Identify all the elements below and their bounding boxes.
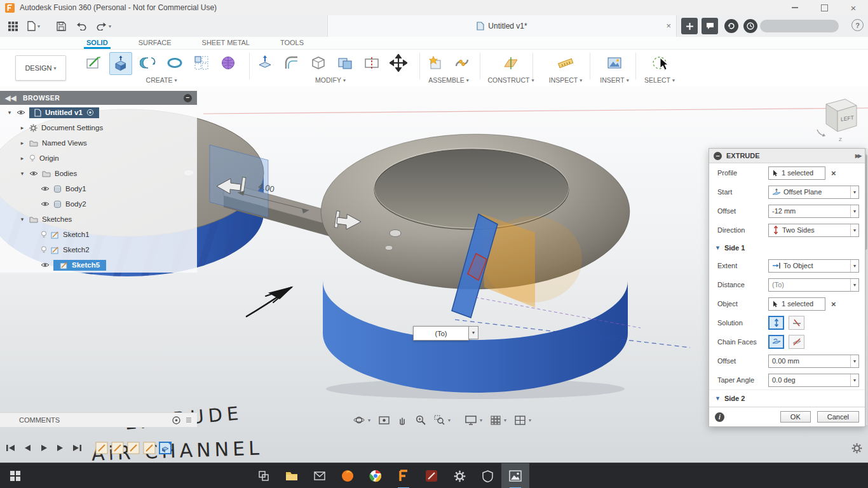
combine-tool-icon[interactable] (334, 52, 356, 74)
orbit-tool-icon[interactable]: ▾ (353, 415, 370, 425)
extent-dropdown[interactable]: To Object ▾ (768, 259, 859, 273)
job-status-icon[interactable] (724, 17, 738, 35)
press-pull-tool-icon[interactable] (254, 52, 276, 74)
tree-item-document-settings[interactable]: ▸ Document Settings (0, 120, 197, 135)
cancel-button[interactable]: Cancel (817, 411, 859, 423)
revolve-tool-icon[interactable] (137, 52, 159, 74)
tree-item-body2[interactable]: Body2 (0, 196, 197, 212)
viewports-icon[interactable]: ▾ (515, 416, 531, 425)
eye-icon[interactable] (41, 262, 50, 268)
workspace-selector[interactable]: DESIGN ▾ (15, 55, 66, 81)
timeline-settings-gear-icon[interactable] (851, 443, 862, 454)
mail-icon[interactable] (306, 463, 334, 488)
tab-sheet-metal[interactable]: SHEET METAL (200, 39, 252, 49)
group-label-create[interactable]: CREATE▾ (146, 76, 177, 84)
new-component-tool-icon[interactable] (424, 52, 446, 74)
timeline-feature-sketch[interactable] (111, 442, 124, 454)
dropdown-caret-icon[interactable]: ▾ (850, 279, 858, 291)
tree-item-sketches[interactable]: ▾ Sketches (0, 212, 197, 227)
solution-option-1-button[interactable] (768, 316, 784, 330)
group-label-select[interactable]: SELECT▾ (644, 76, 675, 84)
minimize-button[interactable] (780, 1, 810, 15)
extrude-tool-icon[interactable] (109, 52, 132, 75)
profile-selection-box[interactable]: 1 selected (768, 166, 825, 180)
profile-clear-button[interactable]: × (831, 168, 836, 178)
taper-angle-value[interactable]: 0.0 deg (772, 376, 848, 384)
comments-bar[interactable]: COMMENTS (0, 412, 197, 428)
tree-item-bodies[interactable]: ▾ Bodies (0, 166, 197, 181)
tree-item-sketch5[interactable]: Sketch5 (0, 257, 197, 273)
timeline-step-forward-button[interactable] (53, 442, 67, 454)
offset-value[interactable]: -12 mm (772, 207, 848, 215)
offset2-value[interactable]: 0.00 mm (772, 357, 848, 365)
start-button[interactable] (0, 463, 31, 488)
tree-item-sketch2[interactable]: Sketch2 (0, 242, 197, 257)
start-dropdown[interactable]: Offset Plane ▾ (768, 186, 859, 199)
extent-to-value[interactable]: (To) (413, 326, 469, 341)
dropdown-caret-icon[interactable]: ▾ (850, 186, 858, 198)
sketch-point-handle[interactable] (385, 245, 393, 250)
firefox-icon[interactable] (334, 463, 362, 488)
dropdown-caret-icon[interactable]: ▾ (850, 355, 858, 367)
grid-snap-icon[interactable]: ▾ (491, 416, 506, 425)
side2-section-header[interactable]: ▼ Side 2 (709, 390, 865, 407)
extrude-dialog-header[interactable]: – EXTRUDE ▸▸ (709, 149, 865, 163)
browser-collapse-icon[interactable]: ◀◀ (5, 94, 17, 102)
undo-button[interactable] (74, 17, 89, 35)
file-menu-button[interactable]: ▾ (24, 17, 43, 35)
expand-arrow-icon[interactable]: ▾ (6, 109, 13, 116)
zoom-tool-icon[interactable] (416, 415, 426, 425)
bulb-off-icon[interactable] (41, 231, 47, 238)
photos-app-icon[interactable] (501, 463, 529, 488)
look-at-tool-icon[interactable] (379, 416, 390, 425)
distance-input[interactable]: (To) ▾ (768, 278, 859, 292)
timeline-go-to-start-button[interactable] (4, 442, 18, 454)
document-tab-close-icon[interactable]: × (666, 21, 671, 30)
display-settings-icon[interactable]: ▾ (465, 416, 482, 425)
bulb-off-icon[interactable] (41, 246, 47, 254)
browser-minimize-icon[interactable]: – (184, 94, 192, 102)
group-label-construct[interactable]: CONSTRUCT▾ (488, 76, 534, 84)
timeline-play-button[interactable] (37, 442, 51, 454)
object-selection-box[interactable]: 1 selected (768, 297, 825, 311)
comments-expand-icon[interactable] (186, 417, 192, 423)
browser-header[interactable]: ◀◀ BROWSER – (0, 91, 197, 105)
new-tab-button[interactable] (681, 17, 698, 35)
extent-to-chip[interactable]: (To) ▾ (413, 326, 478, 341)
save-button[interactable] (53, 17, 69, 35)
measure-tool-icon[interactable] (555, 52, 576, 74)
offset2-input[interactable]: 0.00 mm ▾ (768, 355, 859, 368)
help-icon[interactable]: ? (851, 19, 864, 31)
document-tab[interactable]: Untitled v1* × (327, 15, 677, 37)
pan-tool-icon[interactable] (398, 415, 407, 425)
eye-icon[interactable] (41, 201, 50, 207)
sketch-point-handle[interactable] (390, 230, 401, 237)
eye-icon[interactable] (41, 186, 50, 192)
panel-grip-icon[interactable]: – (714, 152, 722, 160)
user-account-blurred[interactable] (760, 20, 839, 32)
form-tool-icon[interactable] (217, 52, 239, 74)
timeline-step-back-button[interactable] (20, 442, 34, 454)
tree-item-sketch1[interactable]: Sketch1 (0, 227, 197, 242)
root-selection[interactable]: Untitled v1 (29, 107, 99, 118)
panel-dock-icon[interactable]: ▸▸ (855, 151, 860, 160)
notifications-clock-icon[interactable] (743, 17, 757, 35)
group-label-modify[interactable]: MODIFY▾ (315, 76, 346, 84)
sketch-selection[interactable]: Sketch5 (53, 260, 106, 271)
close-button[interactable]: × (839, 1, 868, 15)
settings-gear-icon[interactable] (445, 463, 473, 488)
zoom-window-tool-icon[interactable]: ▾ (434, 415, 451, 425)
expand-arrow-icon[interactable]: ▸ (19, 140, 25, 146)
tab-surface[interactable]: SURFACE (136, 39, 174, 49)
group-label-insert[interactable]: INSERT▾ (600, 76, 628, 84)
windows-defender-icon[interactable] (473, 463, 501, 488)
view-cube[interactable]: LEFT Z (812, 94, 867, 145)
dropdown-caret-icon[interactable]: ▾ (850, 260, 858, 272)
eye-icon[interactable] (29, 170, 38, 177)
maximize-button[interactable] (810, 1, 839, 15)
taper-angle-input[interactable]: 0.0 deg ▾ (768, 374, 859, 387)
sweep-tool-icon[interactable] (164, 52, 186, 74)
file-explorer-icon[interactable] (278, 463, 306, 488)
dropdown-caret-icon[interactable]: ▾ (850, 205, 858, 217)
task-view-button[interactable] (250, 463, 278, 488)
